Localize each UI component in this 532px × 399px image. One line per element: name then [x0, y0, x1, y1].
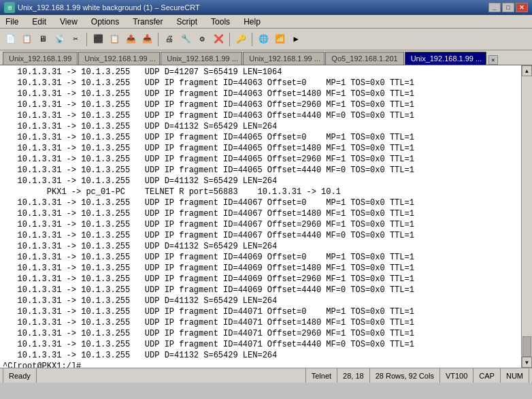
toolbar-btn-17[interactable]: ▶: [288, 32, 303, 47]
tab-4[interactable]: Qo5_192.168.1.201: [325, 52, 403, 65]
tab-1[interactable]: Unix_192.168.1.99 ...: [78, 52, 160, 65]
status-bar: Ready Telnet 28, 18 28 Rows, 92 Cols VT1…: [0, 368, 532, 383]
toolbar-btn-4[interactable]: 📡: [52, 32, 67, 47]
terminal-line: 10.1.3.31 -> 10.1.3.255 UDP IP fragment …: [3, 99, 518, 110]
tab-label-3: Unix_192.168.1.99 ...: [249, 54, 320, 63]
terminal-line: 10.1.3.31 -> 10.1.3.255 UDP IP fragment …: [3, 89, 518, 99]
terminal-line: 10.1.3.31 -> 10.1.3.255 UDP IP fragment …: [3, 219, 518, 230]
toolbar-btn-1[interactable]: 📄: [3, 32, 18, 47]
toolbar-btn-7[interactable]: 📋: [107, 32, 122, 47]
scroll-thumb[interactable]: [522, 336, 531, 357]
terminal-line: 10.1.3.31 -> 10.1.3.255 UDP IP fragment …: [3, 197, 518, 208]
terminal-line: 10.1.3.31 -> 10.1.3.255 UDP IP fragment …: [3, 208, 518, 219]
terminal-line: 10.1.3.31 -> 10.1.3.255 UDP D=41132 S=65…: [3, 121, 518, 132]
status-protocol: Telnet: [306, 368, 337, 383]
terminal-line: 10.1.3.31 -> 10.1.3.255 UDP IP fragment …: [3, 285, 518, 296]
tab-0[interactable]: Unix_192.168.1.99: [3, 52, 78, 65]
maximize-button[interactable]: □: [502, 3, 514, 12]
toolbar-btn-8[interactable]: 📤: [123, 32, 138, 47]
menu-options[interactable]: Options: [88, 17, 122, 27]
tab-label-2: Unix_192.168.1.99 ...: [167, 54, 238, 63]
status-num-label: NUM: [506, 372, 523, 380]
toolbar-btn-9[interactable]: 📥: [139, 32, 154, 47]
window-controls: _ □ ✕: [488, 3, 528, 12]
status-ready: Ready: [3, 368, 37, 383]
terminal-line: 10.1.3.31 -> 10.1.3.255 UDP IP fragment …: [3, 328, 518, 339]
toolbar-btn-2[interactable]: 📋: [19, 32, 34, 47]
app-icon: ⊞: [4, 2, 15, 13]
scroll-track[interactable]: [522, 76, 532, 357]
menu-transfer[interactable]: Transfer: [130, 17, 165, 27]
terminal[interactable]: 10.1.3.31 -> 10.1.3.255 UDP D=41207 S=65…: [0, 65, 521, 368]
toolbar-btn-13[interactable]: ❌: [211, 32, 226, 47]
menu-tools[interactable]: Tools: [208, 17, 233, 27]
terminal-container: 10.1.3.31 -> 10.1.3.255 UDP D=41207 S=65…: [0, 65, 532, 368]
scroll-up-button[interactable]: ▲: [522, 65, 532, 76]
terminal-line: 10.1.3.31 -> 10.1.3.255 UDP IP fragment …: [3, 110, 518, 121]
tab-3[interactable]: Unix_192.168.1.99 ...: [243, 52, 325, 65]
toolbar-btn-6[interactable]: ⬛: [90, 32, 105, 47]
toolbar-btn-12[interactable]: ⚙: [195, 32, 210, 47]
menu-view[interactable]: View: [57, 17, 80, 27]
toolbar-btn-10[interactable]: 🖨: [162, 32, 177, 47]
toolbar-separator-1: [86, 33, 87, 46]
status-cap-label: CAP: [479, 372, 495, 380]
toolbar-btn-3[interactable]: 🖥: [35, 32, 50, 47]
terminal-line: 10.1.3.31 -> 10.1.3.255 UDP D=41132 S=65…: [3, 241, 518, 252]
status-encoding: VT100: [440, 368, 473, 383]
window-title: Unix_192.168.1.99 white background (1) –…: [18, 3, 200, 12]
menu-file[interactable]: File: [3, 17, 21, 27]
menu-edit[interactable]: Edit: [29, 17, 49, 27]
toolbar-btn-11[interactable]: 🔧: [178, 32, 193, 47]
terminal-line: 10.1.3.31 -> 10.1.3.255 UDP IP fragment …: [3, 339, 518, 350]
status-encoding-label: VT100: [446, 372, 467, 380]
terminal-line: PKX1 -> pc_01-PC TELNET R port=56883 10.…: [3, 187, 518, 197]
terminal-line: 10.1.3.31 -> 10.1.3.255 UDP IP fragment …: [3, 165, 518, 176]
tab-label-5: Unix_192.168.1.99 ...: [411, 54, 482, 63]
terminal-line: 10.1.3.31 -> 10.1.3.255 UDP IP fragment …: [3, 317, 518, 328]
terminal-line: ^C[root@PKX1:/]#: [3, 361, 518, 368]
tab-label-0: Unix_192.168.1.99: [9, 54, 71, 63]
tab-bar: Unix_192.168.1.99 Unix_192.168.1.99 ... …: [0, 50, 532, 65]
scrollbar: ▲ ▼: [521, 65, 532, 368]
toolbar-btn-14[interactable]: 🔑: [233, 32, 248, 47]
minimize-button[interactable]: _: [488, 3, 501, 12]
tab-2[interactable]: Unix_192.168.1.99 ...: [161, 52, 242, 65]
title-bar: ⊞ Unix_192.168.1.99 white background (1)…: [0, 0, 532, 15]
terminal-line: 10.1.3.31 -> 10.1.3.255 UDP IP fragment …: [3, 230, 518, 241]
terminal-line: 10.1.3.31 -> 10.1.3.255 UDP D=41132 S=65…: [3, 350, 518, 361]
status-num: NUM: [501, 368, 529, 383]
close-button[interactable]: ✕: [516, 3, 528, 12]
terminal-line: 10.1.3.31 -> 10.1.3.255 UDP IP fragment …: [3, 263, 518, 274]
status-fill: [37, 368, 306, 383]
terminal-line: 10.1.3.31 -> 10.1.3.255 UDP IP fragment …: [3, 143, 518, 154]
toolbar: 📄 📋 🖥 📡 ✂ ⬛ 📋 📤 📥 🖨 🔧 ⚙ ❌ 🔑 🌐 📶 ▶: [0, 29, 532, 50]
status-ready-label: Ready: [9, 372, 31, 380]
terminal-line: 10.1.3.31 -> 10.1.3.255 UDP IP fragment …: [3, 306, 518, 317]
status-protocol-label: Telnet: [312, 372, 331, 380]
status-position: 28, 18: [337, 368, 370, 383]
terminal-line: 10.1.3.31 -> 10.1.3.255 UDP D=41207 S=65…: [3, 67, 518, 78]
status-cap: CAP: [473, 368, 501, 383]
tab-label-1: Unix_192.168.1.99 ...: [84, 54, 156, 63]
toolbar-btn-5[interactable]: ✂: [68, 32, 83, 47]
terminal-line: 10.1.3.31 -> 10.1.3.255 UDP IP fragment …: [3, 252, 518, 263]
toolbar-btn-16[interactable]: 📶: [272, 32, 287, 47]
toolbar-btn-15[interactable]: 🌐: [256, 32, 271, 47]
terminal-line: 10.1.3.31 -> 10.1.3.255 UDP IP fragment …: [3, 154, 518, 165]
status-position-label: 28, 18: [343, 372, 364, 380]
tab-close-button[interactable]: ✕: [488, 55, 498, 65]
status-size-label: 28 Rows, 92 Cols: [376, 372, 434, 380]
toolbar-separator-4: [252, 33, 252, 46]
terminal-line: 10.1.3.31 -> 10.1.3.255 UDP D=41132 S=65…: [3, 176, 518, 187]
scroll-down-button[interactable]: ▼: [522, 357, 532, 368]
tab-5[interactable]: Unix_192.168.1.99 ...: [405, 52, 486, 65]
toolbar-separator-2: [158, 33, 159, 46]
menu-script[interactable]: Script: [173, 17, 200, 27]
status-size: 28 Rows, 92 Cols: [370, 368, 440, 383]
terminal-line: 10.1.3.31 -> 10.1.3.255 UDP IP fragment …: [3, 78, 518, 89]
menu-help[interactable]: Help: [241, 17, 263, 27]
toolbar-separator-3: [229, 33, 230, 46]
menu-bar: File Edit View Options Transfer Script T…: [0, 15, 532, 29]
terminal-line: 10.1.3.31 -> 10.1.3.255 UDP IP fragment …: [3, 132, 518, 143]
